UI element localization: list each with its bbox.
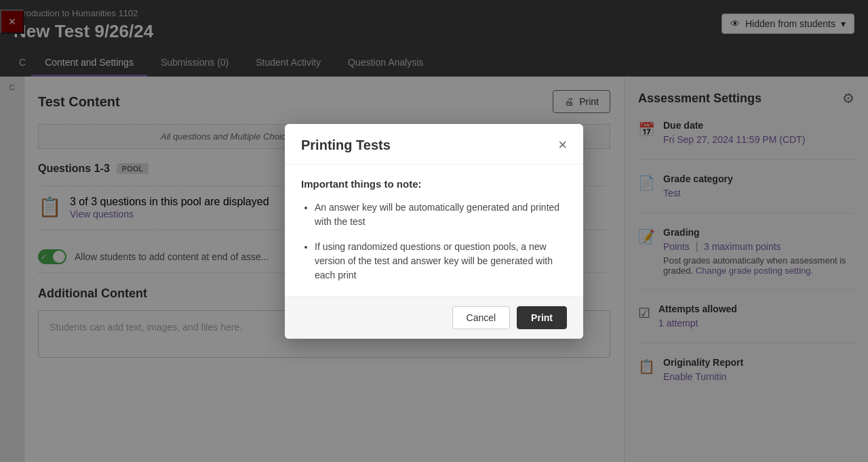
modal-title: Printing Tests: [301, 138, 391, 153]
modal-list: An answer key will be automatically gene…: [301, 201, 567, 282]
modal-footer: Cancel Print: [285, 296, 583, 339]
printing-tests-modal: Printing Tests × Important things to not…: [285, 124, 583, 339]
modal-print-button[interactable]: Print: [517, 306, 567, 329]
cancel-button[interactable]: Cancel: [452, 306, 511, 329]
modal-bullet-1: An answer key will be automatically gene…: [315, 201, 567, 229]
modal-header: Printing Tests ×: [285, 124, 583, 165]
modal-subtitle: Important things to note:: [301, 178, 567, 190]
modal-overlay: Printing Tests × Important things to not…: [0, 0, 868, 462]
modal-close-button[interactable]: ×: [558, 138, 567, 152]
modal-bullet-2: If using randomized questions or questio…: [315, 240, 567, 282]
modal-body: Important things to note: An answer key …: [285, 165, 583, 296]
